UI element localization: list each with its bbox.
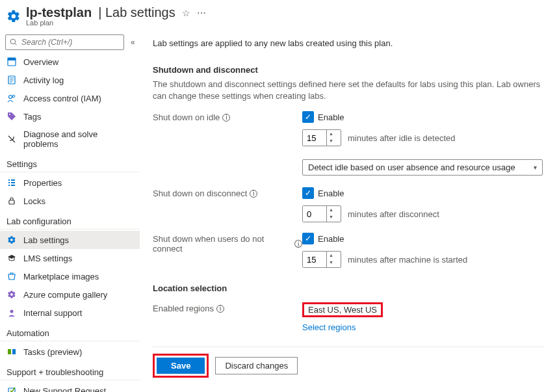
page-header: lp-testplan | Lab settings ☆ ⋯ Lab plan xyxy=(0,0,557,29)
info-icon[interactable]: i xyxy=(216,305,224,313)
sidebar-item-new-support[interactable]: New Support Request xyxy=(0,382,140,392)
diagnose-icon xyxy=(6,134,17,144)
svg-rect-19 xyxy=(8,349,11,354)
svg-line-1 xyxy=(15,44,17,46)
footer-bar: Save Discard changes xyxy=(153,346,544,378)
disconnect-label: Shut down on disconnecti xyxy=(153,187,302,198)
sidebar-item-support-internal[interactable]: Internal support xyxy=(0,304,140,322)
chevron-down-icon[interactable]: ▼ xyxy=(327,259,335,266)
sidebar-item-label: LMS settings xyxy=(23,254,72,263)
svg-rect-20 xyxy=(12,349,16,354)
gallery-icon xyxy=(6,289,17,300)
noconnect-minutes-input[interactable]: ▲▼ xyxy=(302,251,341,268)
svg-rect-3 xyxy=(8,58,16,60)
more-icon[interactable]: ⋯ xyxy=(197,8,206,18)
disconnect-checkbox[interactable]: ✓ xyxy=(302,187,314,199)
sidebar-item-overview[interactable]: Overview xyxy=(0,53,140,71)
shutdown-desc: The shutdown and disconnect settings def… xyxy=(153,79,544,102)
sidebar-item-label: Tasks (preview) xyxy=(23,347,82,357)
sidebar-item-lms[interactable]: LMS settings xyxy=(0,249,140,267)
disconnect-after-text: minutes after disconnect xyxy=(348,209,439,219)
main-content: Lab settings are applied to any new labs… xyxy=(140,29,557,392)
idle-label: Shut down on idlei xyxy=(153,111,302,122)
info-icon[interactable]: i xyxy=(294,240,302,248)
sidebar-item-label: Lab settings xyxy=(23,235,69,245)
regions-value-highlight: East US, West US xyxy=(302,302,383,317)
sidebar-item-label: New Support Request xyxy=(23,386,106,393)
chevron-down-icon[interactable]: ▼ xyxy=(327,137,335,144)
save-button[interactable]: Save xyxy=(157,358,205,374)
favorite-icon[interactable]: ☆ xyxy=(182,8,190,18)
shutdown-heading: Shutdown and disconnect xyxy=(153,65,544,75)
search-input[interactable] xyxy=(5,34,124,50)
activity-icon xyxy=(6,75,17,85)
properties-icon xyxy=(6,177,17,188)
enable-label: Enable xyxy=(318,189,344,198)
resource-name: lp-testplan xyxy=(26,5,92,20)
sidebar-section-settings: Settings xyxy=(0,153,140,172)
sidebar-section-lab: Lab configuration xyxy=(0,210,140,229)
collapse-icon[interactable]: « xyxy=(128,38,138,47)
page-title: | Lab settings xyxy=(98,5,175,20)
select-regions-link[interactable]: Select regions xyxy=(302,322,544,332)
sidebar-item-label: Overview xyxy=(23,57,58,67)
sidebar-item-label: Access control (IAM) xyxy=(23,94,101,103)
svg-point-8 xyxy=(9,96,12,99)
marketplace-icon xyxy=(6,271,17,281)
idle-after-text: minutes after idle is detected xyxy=(348,133,455,143)
sidebar-item-label: Diagnose and solve problems xyxy=(23,129,133,149)
chevron-up-icon[interactable]: ▲ xyxy=(327,206,335,213)
gear-icon xyxy=(6,9,21,23)
overview-icon xyxy=(6,57,17,67)
idle-checkbox[interactable]: ✓ xyxy=(302,111,314,123)
noconnect-checkbox[interactable]: ✓ xyxy=(302,233,314,244)
sidebar-item-diagnose[interactable]: Diagnose and solve problems xyxy=(0,125,140,153)
sidebar-item-properties[interactable]: Properties xyxy=(0,174,140,192)
intro-text: Lab settings are applied to any new labs… xyxy=(153,38,544,48)
people-icon xyxy=(6,93,17,103)
sidebar-item-label: Locks xyxy=(23,196,45,206)
svg-rect-17 xyxy=(9,200,14,204)
info-icon[interactable]: i xyxy=(222,114,230,122)
lms-icon xyxy=(6,253,17,263)
disconnect-minutes-input[interactable]: ▲▼ xyxy=(302,205,341,222)
discard-button[interactable]: Discard changes xyxy=(215,357,298,374)
sidebar-item-tags[interactable]: Tags xyxy=(0,107,140,125)
tag-icon xyxy=(6,111,17,122)
sidebar-item-label: Tags xyxy=(23,112,41,122)
sidebar: « Overview Activity log Access control (… xyxy=(0,29,140,392)
resource-type: Lab plan xyxy=(26,19,206,27)
tasks-icon xyxy=(6,346,17,357)
idle-detection-dropdown[interactable]: Detect idle based on user absence and re… xyxy=(302,159,543,176)
chevron-down-icon[interactable]: ▼ xyxy=(327,213,335,220)
enable-label: Enable xyxy=(318,112,344,122)
sidebar-section-automation: Automation xyxy=(0,322,140,341)
sidebar-item-iam[interactable]: Access control (IAM) xyxy=(0,89,140,107)
svg-point-18 xyxy=(10,310,14,313)
sidebar-item-activity[interactable]: Activity log xyxy=(0,71,140,89)
sidebar-item-label: Azure compute gallery xyxy=(23,290,107,300)
search-icon xyxy=(10,38,18,46)
idle-minutes-input[interactable]: ▲▼ xyxy=(302,129,341,146)
regions-value: East US, West US xyxy=(308,305,377,315)
chevron-up-icon[interactable]: ▲ xyxy=(327,130,335,137)
chevron-up-icon[interactable]: ▲ xyxy=(327,252,335,259)
sidebar-item-marketplace[interactable]: Marketplace images xyxy=(0,267,140,285)
sidebar-item-label: Marketplace images xyxy=(23,272,99,281)
noconnect-after-text: minutes after machine is started xyxy=(348,255,467,265)
sidebar-item-gallery[interactable]: Azure compute gallery xyxy=(0,285,140,304)
sidebar-item-locks[interactable]: Locks xyxy=(0,192,140,210)
person-icon xyxy=(6,307,17,318)
lock-icon xyxy=(6,196,17,206)
location-heading: Location selection xyxy=(153,283,544,293)
sidebar-section-help: Support + troubleshooting xyxy=(0,361,140,380)
noconnect-label: Shut down when users do not connecti xyxy=(153,233,302,254)
sidebar-item-lab-settings[interactable]: Lab settings xyxy=(0,231,140,249)
sidebar-item-tasks[interactable]: Tasks (preview) xyxy=(0,343,140,361)
regions-label: Enabled regionsi xyxy=(153,302,302,313)
sidebar-item-label: Properties xyxy=(23,178,62,188)
gear-icon xyxy=(6,235,17,245)
info-icon[interactable]: i xyxy=(250,190,257,198)
svg-point-10 xyxy=(9,114,10,115)
svg-point-9 xyxy=(12,95,15,98)
